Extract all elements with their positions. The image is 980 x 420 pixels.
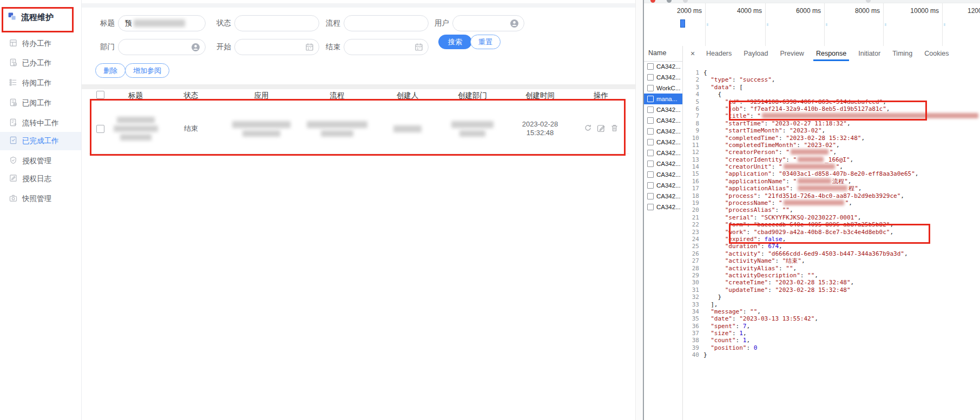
用户-input[interactable] — [452, 15, 524, 31]
response-line-36: 36 "spent": 7, — [683, 323, 979, 330]
page-scrollbar[interactable] — [635, 0, 643, 420]
creator-dept-cell — [440, 121, 505, 137]
timeline-gridline — [705, 3, 706, 46]
sidebar-item-6[interactable]: 已完成工作 — [0, 132, 81, 150]
calendar-icon[interactable] — [415, 43, 423, 53]
create-time-cell: 2023-02-2815:32:48 — [505, 120, 575, 137]
line-code: "completedTime": "2023-02-28 15:32:48", — [703, 135, 865, 142]
request-row-11[interactable]: CA342... — [644, 169, 682, 180]
table-row[interactable]: 结束2023-02-2815:32:48 — [88, 104, 629, 154]
close-icon[interactable]: × — [685, 49, 700, 58]
request-checkbox[interactable] — [647, 150, 654, 156]
request-row-14[interactable]: CA342... — [644, 202, 682, 212]
response-line-26: 26 "activity": "d6666cdd-6ed9-4503-b447-… — [683, 250, 979, 257]
request-row-5[interactable]: CA342... — [644, 104, 682, 115]
request-checkbox[interactable] — [647, 117, 654, 124]
select-all-checkbox[interactable] — [96, 91, 104, 99]
request-checkbox[interactable] — [647, 74, 654, 81]
tab-response[interactable]: Response — [810, 46, 852, 61]
request-row-10[interactable]: CA342... — [644, 158, 682, 169]
person-icon[interactable] — [510, 19, 519, 30]
sidebar: 流程维护 待办工作已办工作待阅工作已阅工作流转中工作已完成工作授权管理授权日志快… — [0, 0, 82, 420]
trash-icon[interactable] — [610, 124, 619, 134]
blurred-json-value — [791, 149, 828, 155]
row-checkbox[interactable] — [96, 125, 104, 133]
network-overview-timeline[interactable]: 2000 ms4000 ms6000 ms8000 ms10000 ms1200… — [644, 3, 980, 46]
delete-button[interactable]: 删除 — [95, 63, 126, 78]
request-row-13[interactable]: CA342... — [644, 191, 682, 202]
sidebar-item-4[interactable]: 已阅工作 — [0, 94, 81, 112]
tab-initiator[interactable]: Initiator — [852, 46, 886, 61]
form-field-开始: 开始 — [216, 39, 319, 55]
request-checkbox[interactable] — [647, 63, 654, 70]
request-row-2[interactable]: CA342... — [644, 72, 682, 83]
search-button[interactable]: 搜索 — [438, 35, 472, 49]
timeline-gridline — [883, 3, 884, 46]
sidebar-item-2[interactable]: 已办工作 — [0, 54, 81, 72]
response-line-1: 1{ — [683, 69, 979, 76]
sidebar-item-9[interactable]: 快照管理 — [0, 190, 81, 208]
response-line-17: 17 "applicationAlias": 程", — [683, 185, 979, 192]
calendar-icon[interactable] — [305, 43, 314, 53]
form-field-部门: 部门 — [100, 39, 206, 55]
sidebar-header-flow-maintain[interactable]: 流程维护 — [8, 12, 54, 23]
line-code: "process": "21fd351d-726a-4bc0-aa87-b2d9… — [703, 192, 904, 199]
request-checkbox[interactable] — [647, 128, 654, 135]
record-icon[interactable] — [650, 0, 655, 3]
request-checkbox[interactable] — [647, 204, 654, 210]
sidebar-item-1[interactable]: 待办工作 — [0, 35, 81, 53]
person-icon[interactable] — [191, 43, 200, 54]
request-checkbox[interactable] — [647, 96, 654, 102]
结束-input[interactable] — [344, 39, 429, 55]
request-row-8[interactable]: CA342... — [644, 137, 682, 148]
开始-input[interactable] — [234, 39, 319, 55]
request-row-7[interactable]: CA342... — [644, 126, 682, 137]
tab-headers[interactable]: Headers — [700, 46, 738, 61]
tab-cookies[interactable]: Cookies — [918, 46, 955, 61]
selected-request-marker[interactable] — [680, 19, 685, 28]
request-checkbox[interactable] — [647, 182, 654, 189]
状态-input[interactable] — [234, 15, 319, 31]
request-checkbox[interactable] — [647, 85, 654, 91]
refresh-icon[interactable] — [584, 124, 592, 134]
request-name: CA342... — [656, 106, 681, 113]
filter-icon[interactable] — [683, 0, 688, 3]
tab-preview[interactable]: Preview — [774, 46, 810, 61]
blurred-json-value — [762, 113, 978, 118]
actions-cell — [575, 124, 627, 134]
line-number: 29 — [683, 272, 703, 279]
request-checkbox[interactable] — [647, 139, 654, 145]
request-checkbox[interactable] — [647, 171, 654, 178]
request-checkbox[interactable] — [647, 161, 654, 167]
标题-input[interactable]: 预 — [118, 15, 206, 31]
edit-icon[interactable] — [597, 124, 606, 134]
部门-input[interactable] — [118, 39, 206, 55]
request-row-12[interactable]: CA342... — [644, 180, 682, 191]
reset-button[interactable]: 重置 — [470, 35, 501, 49]
sidebar-item-label: 已办工作 — [22, 58, 51, 68]
sidebar-item-5[interactable]: 流转中工作 — [0, 114, 81, 132]
sidebar-item-8[interactable]: 授权日志 — [0, 170, 81, 188]
settings-icon[interactable] — [866, 0, 871, 3]
add-read-button[interactable]: 增加参阅 — [125, 63, 169, 78]
request-row-6[interactable]: CA342... — [644, 115, 682, 126]
流程-input[interactable] — [344, 15, 429, 31]
tab-timing[interactable]: Timing — [886, 46, 918, 61]
request-tick — [767, 23, 768, 26]
request-checkbox[interactable] — [647, 106, 654, 113]
request-row-3[interactable]: WorkC... — [644, 83, 682, 94]
sidebar-item-3[interactable]: 待阅工作 — [0, 74, 81, 92]
request-row-4[interactable]: mana... — [644, 94, 682, 104]
line-number: 13 — [683, 156, 703, 163]
request-checkbox[interactable] — [647, 193, 654, 199]
response-line-7: 7 "title": " — [683, 112, 979, 119]
request-row-9[interactable]: CA342... — [644, 148, 682, 158]
request-row-1[interactable]: CA342... — [644, 61, 682, 72]
line-code: "creatorUnit": "", — [703, 163, 843, 170]
response-line-15: 15 "application": "03403ac1-d858-407b-8e… — [683, 170, 979, 177]
blurred-text — [117, 117, 155, 123]
clear-icon[interactable] — [667, 0, 672, 3]
line-code: "activity": "d6666cdd-6ed9-4503-b447-344… — [703, 250, 908, 257]
tab-payload[interactable]: Payload — [738, 46, 774, 61]
sidebar-item-7[interactable]: 授权管理 — [0, 152, 81, 170]
